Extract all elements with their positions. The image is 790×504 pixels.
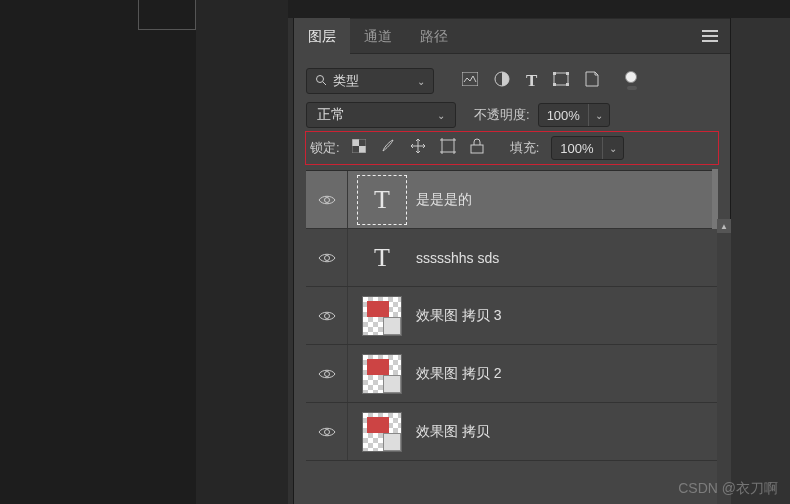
svg-rect-12 <box>471 145 483 153</box>
svg-point-15 <box>324 313 329 318</box>
visibility-toggle[interactable] <box>306 287 348 344</box>
opacity-input[interactable]: 100% ⌄ <box>538 103 610 127</box>
layers-list: T 是是是的 T ssssshhs sds 效果图 拷贝 3 效果图 拷贝 2 <box>306 170 718 461</box>
svg-point-14 <box>324 255 329 260</box>
svg-point-17 <box>324 429 329 434</box>
lock-all-icon[interactable] <box>470 138 484 158</box>
layer-item[interactable]: 效果图 拷贝 2 <box>306 345 718 403</box>
lock-icons <box>352 138 484 158</box>
layer-thumb-smart <box>362 354 402 394</box>
svg-rect-1 <box>462 72 478 86</box>
svg-rect-3 <box>554 73 568 85</box>
panel-menu-icon[interactable] <box>690 30 730 42</box>
document-edge <box>0 0 196 504</box>
filter-toggle[interactable] <box>625 71 637 83</box>
layer-name[interactable]: 效果图 拷贝 2 <box>416 365 502 383</box>
layers-scrollbar[interactable]: ▲ <box>717 219 731 504</box>
filter-smart-icon[interactable] <box>585 71 599 91</box>
layer-name[interactable]: 效果图 拷贝 <box>416 423 490 441</box>
blend-mode-select[interactable]: 正常 ⌄ <box>306 102 456 128</box>
blend-mode-label: 正常 <box>317 106 437 124</box>
chevron-down-icon: ⌄ <box>417 76 425 87</box>
filter-pixel-icon[interactable] <box>462 72 478 90</box>
fill-value: 100% <box>552 141 601 156</box>
opacity-label: 不透明度: <box>474 106 530 124</box>
filter-shape-icon[interactable] <box>553 72 569 90</box>
layer-name[interactable]: ssssshhs sds <box>416 250 499 266</box>
search-icon <box>315 72 327 90</box>
fill-input[interactable]: 100% ⌄ <box>551 136 623 160</box>
chevron-down-icon: ⌄ <box>437 110 445 121</box>
svg-point-13 <box>324 197 329 202</box>
layer-thumb-text: T <box>362 180 402 220</box>
svg-point-0 <box>317 76 324 83</box>
svg-rect-5 <box>566 72 569 75</box>
filter-adjustment-icon[interactable] <box>494 71 510 91</box>
svg-point-16 <box>324 371 329 376</box>
filter-kind-select[interactable]: 类型 ⌄ <box>306 68 434 94</box>
layer-item[interactable]: T 是是是的 <box>306 171 718 229</box>
chevron-down-icon: ⌄ <box>602 137 623 159</box>
panel-body: 类型 ⌄ T 正常 ⌄ 不透明度: 100% ⌄ <box>294 54 730 471</box>
layer-name[interactable]: 是是是的 <box>416 191 472 209</box>
filter-type-icons: T <box>462 71 637 91</box>
visibility-toggle[interactable] <box>306 171 348 228</box>
lock-position-icon[interactable] <box>410 138 426 158</box>
lock-row: 锁定: 填充: 100% ⌄ <box>306 132 718 164</box>
svg-rect-4 <box>553 72 556 75</box>
layer-thumb-smart <box>362 296 402 336</box>
layer-thumb-text: T <box>362 238 402 278</box>
visibility-toggle[interactable] <box>306 229 348 286</box>
svg-rect-7 <box>566 83 569 86</box>
tab-layers[interactable]: 图层 <box>294 18 350 54</box>
svg-rect-11 <box>442 140 454 152</box>
tab-channels[interactable]: 通道 <box>350 18 406 54</box>
layer-thumb-smart <box>362 412 402 452</box>
filter-kind-label: 类型 <box>333 72 417 90</box>
document-corner <box>138 0 196 30</box>
canvas-area <box>0 0 288 504</box>
blend-row: 正常 ⌄ 不透明度: 100% ⌄ <box>306 98 718 132</box>
layer-item[interactable]: T ssssshhs sds <box>306 229 718 287</box>
layer-item[interactable]: 效果图 拷贝 <box>306 403 718 461</box>
svg-rect-8 <box>352 139 359 146</box>
filter-row: 类型 ⌄ T <box>306 64 718 98</box>
lock-brush-icon[interactable] <box>380 138 396 158</box>
panel-divider-left <box>288 18 294 504</box>
lock-label: 锁定: <box>310 139 340 157</box>
svg-rect-6 <box>553 83 556 86</box>
layers-panel: 图层 通道 路径 类型 ⌄ T <box>288 18 790 504</box>
lock-artboard-icon[interactable] <box>440 138 456 158</box>
fill-label: 填充: <box>510 139 540 157</box>
chevron-down-icon: ⌄ <box>588 104 609 126</box>
svg-rect-9 <box>359 146 366 153</box>
layer-name[interactable]: 效果图 拷贝 3 <box>416 307 502 325</box>
tab-paths[interactable]: 路径 <box>406 18 462 54</box>
visibility-toggle[interactable] <box>306 403 348 460</box>
panel-gutter-right <box>730 18 790 504</box>
opacity-value: 100% <box>539 108 588 123</box>
panel-tabs: 图层 通道 路径 <box>294 18 730 54</box>
scroll-up-icon[interactable]: ▲ <box>717 219 731 233</box>
visibility-toggle[interactable] <box>306 345 348 402</box>
watermark: CSDN @衣刀啊 <box>678 480 778 498</box>
lock-transparency-icon[interactable] <box>352 139 366 157</box>
filter-type-icon[interactable]: T <box>526 71 537 91</box>
layer-item[interactable]: 效果图 拷贝 3 <box>306 287 718 345</box>
